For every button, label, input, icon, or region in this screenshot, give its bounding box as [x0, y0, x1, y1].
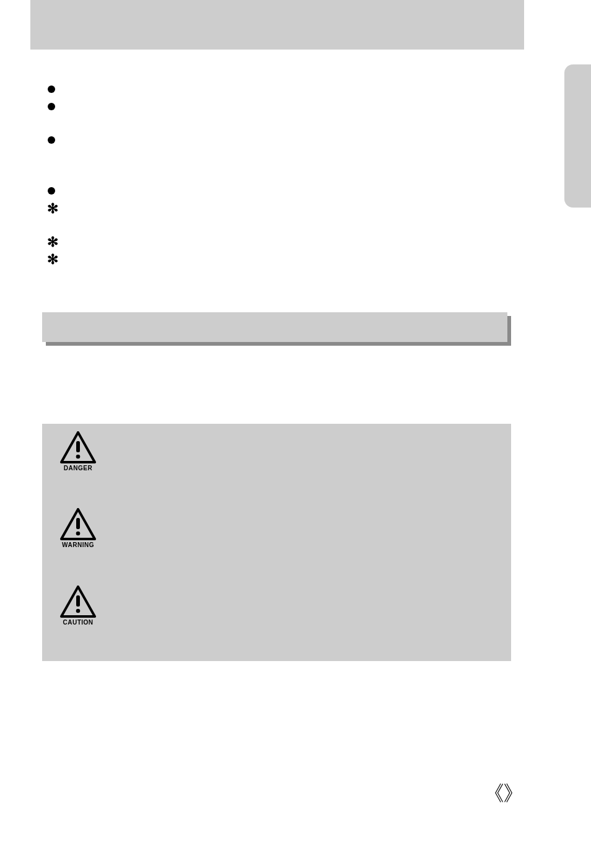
warning-symbol: WARNING — [59, 508, 97, 548]
section-header — [42, 312, 511, 342]
svg-point-5 — [76, 609, 81, 613]
bullet-icon — [48, 187, 55, 195]
bullet-icon — [48, 136, 55, 144]
warning-label: WARNING — [59, 541, 97, 548]
svg-point-3 — [76, 532, 81, 536]
bullet-icon — [48, 85, 55, 93]
hazard-definitions-box: DANGER WARNING CAUTION — [42, 424, 511, 661]
page: ✻ ✻ ✻ DANGER WARNING — [0, 0, 591, 868]
asterisk-icon: ✻ — [47, 235, 58, 249]
danger-symbol: DANGER — [59, 431, 97, 471]
title-bar — [30, 0, 524, 50]
svg-point-1 — [76, 455, 81, 459]
svg-rect-2 — [76, 518, 80, 529]
asterisk-icon: ✻ — [47, 202, 58, 216]
caution-label: CAUTION — [59, 619, 97, 626]
danger-label: DANGER — [59, 465, 97, 471]
bullet-icon — [48, 103, 55, 110]
angle-bracket-left: 《 — [483, 779, 504, 808]
side-tab — [564, 64, 591, 208]
svg-rect-4 — [76, 595, 80, 607]
caution-symbol: CAUTION — [59, 585, 97, 626]
svg-rect-0 — [76, 441, 80, 452]
angle-bracket-right: 》 — [503, 779, 524, 808]
asterisk-icon: ✻ — [47, 253, 58, 266]
